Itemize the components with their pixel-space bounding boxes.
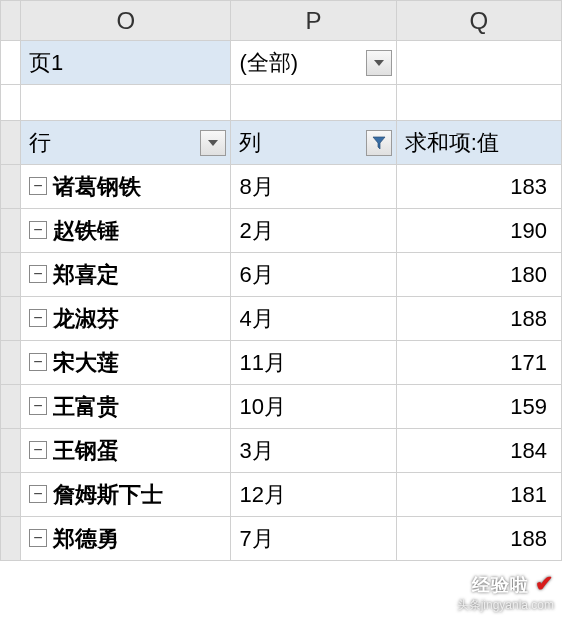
page-filter-value-cell[interactable]: (全部) — [231, 41, 396, 85]
pivot-value-cell[interactable]: 183 — [396, 165, 561, 209]
row-value-label: 159 — [510, 394, 547, 419]
row-header[interactable] — [1, 341, 21, 385]
pivot-row-name-cell[interactable]: −郑喜定 — [21, 253, 231, 297]
pivot-value-cell[interactable]: 190 — [396, 209, 561, 253]
row-header[interactable] — [1, 209, 21, 253]
pivot-value-cell[interactable]: 184 — [396, 429, 561, 473]
pivot-month-cell[interactable]: 2月 — [231, 209, 396, 253]
pivot-row-name-cell[interactable]: −宋大莲 — [21, 341, 231, 385]
page-filter-label: 页1 — [29, 50, 63, 75]
pivot-value-cell[interactable]: 159 — [396, 385, 561, 429]
row-month-label: 7月 — [239, 526, 273, 551]
pivot-value-cell[interactable]: 171 — [396, 341, 561, 385]
row-month-label: 11月 — [239, 350, 285, 375]
row-month-label: 8月 — [239, 174, 273, 199]
collapse-icon[interactable]: − — [29, 177, 47, 195]
pivot-value-cell[interactable]: 188 — [396, 517, 561, 561]
collapse-icon[interactable]: − — [29, 265, 47, 283]
page-filter-dropdown[interactable] — [366, 50, 392, 76]
filter-funnel-icon — [372, 136, 386, 150]
page-filter-row: 页1 (全部) — [1, 41, 562, 85]
col-header-P[interactable]: P — [231, 1, 396, 41]
row-header[interactable] — [1, 297, 21, 341]
row-name-label: 龙淑芬 — [53, 306, 119, 331]
table-row: −诸葛钢铁8月183 — [1, 165, 562, 209]
pivot-row-name-cell[interactable]: −王富贵 — [21, 385, 231, 429]
check-icon: ✔ — [535, 571, 554, 596]
row-header[interactable] — [1, 385, 21, 429]
row-month-label: 6月 — [239, 262, 273, 287]
pivot-row-name-cell[interactable]: −郑德勇 — [21, 517, 231, 561]
pivot-row-name-cell[interactable]: −王钢蛋 — [21, 429, 231, 473]
row-header[interactable] — [1, 473, 21, 517]
collapse-icon[interactable]: − — [29, 529, 47, 547]
watermark: 经验啦 ✔ 头条jingyanla.com — [457, 570, 554, 614]
pivot-month-cell[interactable]: 8月 — [231, 165, 396, 209]
row-header[interactable] — [1, 517, 21, 561]
table-row: −宋大莲11月171 — [1, 341, 562, 385]
pivot-col-header[interactable]: 列 — [231, 121, 396, 165]
collapse-icon[interactable]: − — [29, 441, 47, 459]
row-month-label: 2月 — [239, 218, 273, 243]
row-header[interactable] — [1, 41, 21, 85]
table-row: −郑德勇7月188 — [1, 517, 562, 561]
pivot-month-cell[interactable]: 11月 — [231, 341, 396, 385]
pivot-row-name-cell[interactable]: −赵铁锤 — [21, 209, 231, 253]
pivot-row-dropdown[interactable] — [200, 130, 226, 156]
row-month-label: 10月 — [239, 394, 285, 419]
chevron-down-icon — [373, 58, 385, 68]
col-header-O[interactable]: O — [21, 1, 231, 41]
collapse-icon[interactable]: − — [29, 309, 47, 327]
collapse-icon[interactable]: − — [29, 485, 47, 503]
pivot-month-cell[interactable]: 6月 — [231, 253, 396, 297]
pivot-month-cell[interactable]: 12月 — [231, 473, 396, 517]
table-row: −赵铁锤2月190 — [1, 209, 562, 253]
row-header[interactable] — [1, 165, 21, 209]
corner-cell[interactable] — [1, 1, 21, 41]
row-name-label: 王富贵 — [53, 394, 119, 419]
row-name-label: 赵铁锤 — [53, 218, 119, 243]
page-filter-label-cell[interactable]: 页1 — [21, 41, 231, 85]
collapse-icon[interactable]: − — [29, 353, 47, 371]
empty-cell[interactable] — [396, 85, 561, 121]
pivot-row-header[interactable]: 行 — [21, 121, 231, 165]
pivot-col-filter[interactable] — [366, 130, 392, 156]
row-month-label: 3月 — [239, 438, 273, 463]
row-header[interactable] — [1, 121, 21, 165]
table-row: −龙淑芬4月188 — [1, 297, 562, 341]
spreadsheet-grid: O P Q 页1 (全部) 行 列 — [0, 0, 562, 561]
pivot-row-name-cell[interactable]: −诸葛钢铁 — [21, 165, 231, 209]
row-header[interactable] — [1, 253, 21, 297]
chevron-down-icon — [207, 138, 219, 148]
empty-cell[interactable] — [231, 85, 396, 121]
table-row: −王钢蛋3月184 — [1, 429, 562, 473]
pivot-value-cell[interactable]: 180 — [396, 253, 561, 297]
pivot-month-cell[interactable]: 7月 — [231, 517, 396, 561]
pivot-month-cell[interactable]: 10月 — [231, 385, 396, 429]
pivot-headers-row: 行 列 求和项:值 — [1, 121, 562, 165]
row-header[interactable] — [1, 85, 21, 121]
row-value-label: 188 — [510, 526, 547, 551]
row-value-label: 183 — [510, 174, 547, 199]
empty-cell[interactable] — [21, 85, 231, 121]
col-header-Q[interactable]: Q — [396, 1, 561, 41]
empty-cell[interactable] — [396, 41, 561, 85]
table-row: −詹姆斯下士12月181 — [1, 473, 562, 517]
pivot-row-label: 行 — [29, 130, 51, 155]
empty-row — [1, 85, 562, 121]
pivot-month-cell[interactable]: 3月 — [231, 429, 396, 473]
row-name-label: 郑德勇 — [53, 526, 119, 551]
collapse-icon[interactable]: − — [29, 397, 47, 415]
pivot-month-cell[interactable]: 4月 — [231, 297, 396, 341]
row-header[interactable] — [1, 429, 21, 473]
column-headers-row: O P Q — [1, 1, 562, 41]
pivot-row-name-cell[interactable]: −詹姆斯下士 — [21, 473, 231, 517]
pivot-row-name-cell[interactable]: −龙淑芬 — [21, 297, 231, 341]
collapse-icon[interactable]: − — [29, 221, 47, 239]
pivot-value-cell[interactable]: 181 — [396, 473, 561, 517]
pivot-sum-label: 求和项:值 — [405, 130, 499, 155]
row-value-label: 181 — [510, 482, 547, 507]
row-name-label: 郑喜定 — [53, 262, 119, 287]
pivot-value-cell[interactable]: 188 — [396, 297, 561, 341]
pivot-sum-header[interactable]: 求和项:值 — [396, 121, 561, 165]
